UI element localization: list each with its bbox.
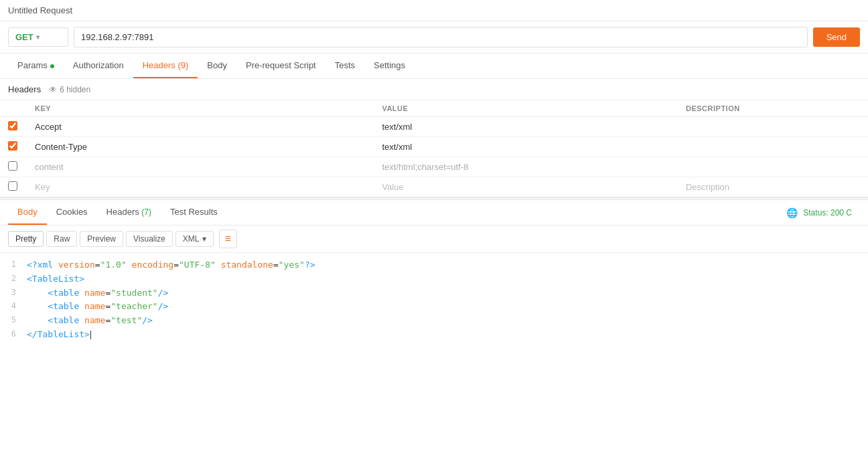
code-line-5: 5 <table name="test"/> xyxy=(0,314,868,328)
tab-headers-label: Headers (9) xyxy=(143,60,189,70)
url-input[interactable] xyxy=(74,27,808,48)
tab-pre-request-script[interactable]: Pre-request Script xyxy=(236,54,326,78)
response-tab-cookies-label: Cookies xyxy=(56,207,88,217)
row2-key: Content-Type xyxy=(35,142,87,152)
row1-description xyxy=(678,117,868,137)
xml-format-label: XML xyxy=(183,234,200,244)
response-tab-headers[interactable]: Headers (7) xyxy=(97,200,161,225)
send-button[interactable]: Send xyxy=(813,27,860,47)
code-line-1: 1 <?xml version="1.0" encoding="UTF-8" s… xyxy=(0,258,868,272)
tab-authorization-label: Authorization xyxy=(73,60,124,70)
code-area: 1 <?xml version="1.0" encoding="UTF-8" s… xyxy=(0,253,868,347)
row4-value: Value xyxy=(382,182,403,192)
line-content-4: <table name="teacher"/> xyxy=(27,300,868,314)
response-tab-headers-label: Headers xyxy=(106,207,142,217)
hidden-badge: 👁 6 hidden xyxy=(49,85,90,94)
col-description: DESCRIPTION xyxy=(678,100,868,117)
response-tabs-bar: Body Cookies Headers (7) Test Results 🌐 … xyxy=(0,200,868,225)
method-dropdown[interactable]: GET ▾ xyxy=(8,27,68,47)
row1-checkbox[interactable] xyxy=(8,121,17,130)
tab-settings-label: Settings xyxy=(374,60,405,70)
title-bar: Untitled Request xyxy=(0,0,868,21)
tab-body-label: Body xyxy=(207,60,227,70)
table-row: content text/html;charset=utf-8 xyxy=(0,157,868,177)
response-tab-test-results-label: Test Results xyxy=(170,207,218,217)
response-tabs-left: Body Cookies Headers (7) Test Results xyxy=(8,200,227,225)
line-content-3: <table name="student"/> xyxy=(27,286,868,300)
line-content-5: <table name="test"/> xyxy=(27,314,868,328)
tab-tests-label: Tests xyxy=(335,60,355,70)
row3-key: content xyxy=(35,162,64,172)
row4-description: Description xyxy=(686,182,729,192)
request-tabs-bar: Params Authorization Headers (9) Body Pr… xyxy=(0,54,868,79)
cursor xyxy=(90,331,91,339)
pretty-button[interactable]: Pretty xyxy=(8,231,44,247)
line-num-1: 1 xyxy=(0,258,27,272)
line-num-6: 6 xyxy=(0,328,27,342)
wrap-button[interactable]: ≡ xyxy=(219,230,237,248)
headers-badge: (7) xyxy=(141,207,151,217)
table-row: Key Value Description xyxy=(0,177,868,197)
visualize-button[interactable]: Visualize xyxy=(126,231,173,247)
line-num-2: 2 xyxy=(0,272,27,286)
col-key: KEY xyxy=(27,100,374,117)
line-content-1: <?xml version="1.0" encoding="UTF-8" sta… xyxy=(27,258,868,272)
row3-value: text/html;charset=utf-8 xyxy=(382,162,468,172)
table-row: Accept text/xml xyxy=(0,117,868,137)
preview-button[interactable]: Preview xyxy=(80,231,123,247)
headers-label: Headers xyxy=(8,84,41,94)
format-bar: Pretty Raw Preview Visualize XML ▾ ≡ xyxy=(0,225,868,253)
request-title: Untitled Request xyxy=(8,5,72,15)
chevron-down-icon: ▾ xyxy=(202,234,206,244)
xml-format-dropdown[interactable]: XML ▾ xyxy=(175,231,214,247)
row2-value: text/xml xyxy=(382,142,412,152)
chevron-down-icon: ▾ xyxy=(36,33,40,41)
globe-icon: 🌐 xyxy=(786,207,798,218)
headers-table: KEY VALUE DESCRIPTION Accept text/xml Co… xyxy=(0,100,868,197)
line-num-3: 3 xyxy=(0,286,27,300)
tab-params-label: Params xyxy=(17,60,48,70)
row4-checkbox[interactable] xyxy=(8,181,17,191)
tab-params[interactable]: Params xyxy=(8,54,64,78)
hidden-count: 6 hidden xyxy=(60,85,90,94)
row1-key: Accept xyxy=(35,122,62,132)
row4-key: Key xyxy=(35,182,50,192)
row2-checkbox[interactable] xyxy=(8,141,17,151)
row2-description xyxy=(678,137,868,157)
code-line-3: 3 <table name="student"/> xyxy=(0,286,868,300)
eye-icon: 👁 xyxy=(49,85,57,94)
status-text: Status: 200 C xyxy=(803,208,852,217)
line-num-4: 4 xyxy=(0,300,27,314)
response-tab-cookies[interactable]: Cookies xyxy=(47,200,97,225)
code-line-6: 6 </TableList> xyxy=(0,328,868,342)
line-num-5: 5 xyxy=(0,314,27,328)
response-tab-body[interactable]: Body xyxy=(8,200,47,225)
row3-checkbox[interactable] xyxy=(8,161,17,171)
tab-headers[interactable]: Headers (9) xyxy=(133,54,198,78)
tab-authorization[interactable]: Authorization xyxy=(64,54,133,78)
col-checkbox xyxy=(0,100,27,117)
code-line-4: 4 <table name="teacher"/> xyxy=(0,300,868,314)
params-dot xyxy=(50,64,54,68)
tab-settings[interactable]: Settings xyxy=(364,54,415,78)
code-line-2: 2 <TableList> xyxy=(0,272,868,286)
tab-tests[interactable]: Tests xyxy=(326,54,364,78)
response-tab-test-results[interactable]: Test Results xyxy=(161,200,227,225)
headers-section: Headers 👁 6 hidden xyxy=(0,79,868,100)
response-tab-body-label: Body xyxy=(17,207,38,217)
line-content-2: <TableList> xyxy=(27,272,868,286)
method-label: GET xyxy=(15,32,33,42)
row3-description xyxy=(678,157,868,177)
tab-body[interactable]: Body xyxy=(198,54,236,78)
row1-value: text/xml xyxy=(382,122,412,132)
col-value: VALUE xyxy=(374,100,678,117)
url-bar: GET ▾ Send xyxy=(0,21,868,54)
line-content-6: </TableList> xyxy=(27,328,868,342)
tab-pre-request-script-label: Pre-request Script xyxy=(246,60,316,70)
raw-button[interactable]: Raw xyxy=(46,231,77,247)
table-row: Content-Type text/xml xyxy=(0,137,868,157)
status-bar: 🌐 Status: 200 C xyxy=(786,207,860,218)
